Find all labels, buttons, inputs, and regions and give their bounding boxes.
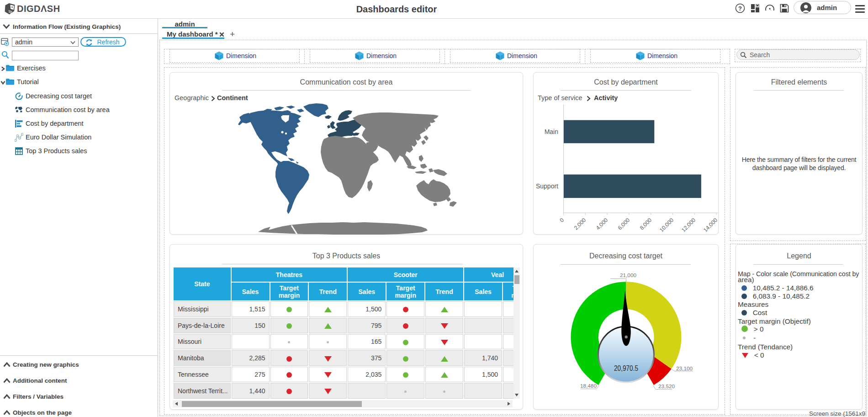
svg-text:0: 0 xyxy=(558,217,565,224)
svg-text:?: ? xyxy=(738,5,742,12)
svg-text:6,000: 6,000 xyxy=(617,217,631,231)
svg-text:2,000: 2,000 xyxy=(573,217,587,231)
svg-text:23,520: 23,520 xyxy=(658,383,675,390)
svg-text:21,000: 21,000 xyxy=(620,272,637,278)
svg-text:12,000: 12,000 xyxy=(680,217,697,233)
svg-text:10,000: 10,000 xyxy=(658,217,675,233)
svg-text:20,970.5: 20,970.5 xyxy=(614,364,638,373)
svg-text:Main: Main xyxy=(545,128,558,135)
svg-text:Support: Support xyxy=(536,182,558,190)
svg-text:8,000: 8,000 xyxy=(639,217,653,231)
svg-text:23,100: 23,100 xyxy=(676,365,693,372)
svg-text:14,000: 14,000 xyxy=(702,217,719,233)
svg-text:18,480: 18,480 xyxy=(580,383,597,389)
svg-text:4,000: 4,000 xyxy=(595,217,609,231)
